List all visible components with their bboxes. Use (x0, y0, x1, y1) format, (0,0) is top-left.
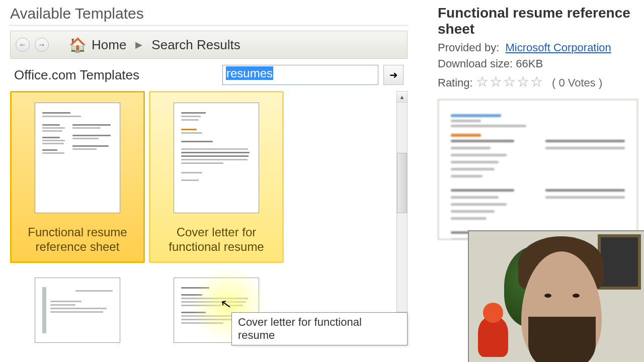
breadcrumb: ← → 🏠 Home ▶ Search Results (10, 31, 408, 59)
forward-button[interactable]: → (35, 38, 49, 52)
rating-row: Rating: ☆☆☆☆☆ ( 0 Votes ) (438, 73, 644, 90)
results-scrollbar[interactable]: ▲ (396, 91, 408, 312)
chevron-right-icon: ▶ (135, 39, 142, 50)
template-card-functional-resume-reference[interactable]: Functional resume reference sheet (10, 91, 145, 263)
webcam-overlay (468, 230, 644, 362)
star-icon[interactable]: ☆☆☆☆☆ (476, 74, 544, 89)
template-label: Cover letter for functional resume (155, 225, 277, 254)
download-size-row: Download size: 66KB (438, 57, 644, 70)
template-card[interactable] (10, 271, 145, 349)
home-icon[interactable]: 🏠 (69, 37, 87, 53)
search-source-label: Office.com Templates (14, 67, 139, 83)
template-thumbnail (35, 278, 120, 343)
template-label: Functional resume reference sheet (17, 225, 138, 254)
provider-link[interactable]: Microsoft Corporation (506, 41, 611, 54)
detail-title: Functional resume reference sheet (438, 5, 644, 37)
scroll-thumb[interactable] (397, 153, 407, 213)
search-row: Office.com Templates resumes ➜ (10, 59, 408, 91)
template-card-cover-letter[interactable]: Cover letter for functional resume (149, 91, 284, 263)
search-input[interactable]: resumes (222, 65, 378, 85)
back-button[interactable]: ← (16, 38, 30, 52)
results-grid: Functional resume reference sheet (10, 91, 392, 349)
tooltip: Cover letter for functional resume (231, 312, 408, 345)
template-thumbnail (174, 103, 259, 213)
breadcrumb-home[interactable]: Home (92, 37, 126, 53)
scroll-up-icon[interactable]: ▲ (397, 92, 407, 103)
template-thumbnail (35, 103, 120, 213)
section-title: Available Templates (10, 5, 408, 26)
breadcrumb-current: Search Results (151, 37, 240, 53)
votes-count: ( 0 Votes ) (552, 76, 602, 89)
provided-by-row: Provided by: Microsoft Corporation (438, 41, 644, 54)
template-preview (438, 99, 638, 240)
search-go-button[interactable]: ➜ (383, 65, 404, 85)
